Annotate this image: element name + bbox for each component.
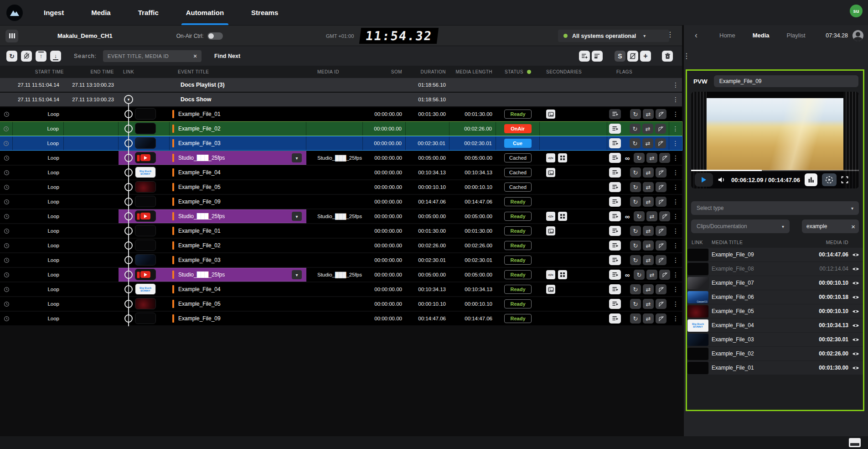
loop-flag-icon[interactable]: ↻ — [630, 138, 641, 148]
loop-flag-icon[interactable]: ↻ — [634, 211, 645, 221]
row-kebab-icon[interactable]: ⋮ — [669, 107, 682, 121]
playlist-flag-icon[interactable] — [609, 182, 621, 192]
loop-playback-button[interactable] — [822, 173, 837, 186]
row-kebab-icon[interactable]: ⋮ — [669, 239, 682, 252]
list-block-button[interactable] — [592, 51, 603, 62]
volume-icon[interactable] — [718, 176, 727, 183]
link-node-icon[interactable] — [124, 212, 133, 220]
no-skip-flag-icon[interactable] — [659, 211, 670, 221]
link-node-icon[interactable] — [124, 314, 133, 323]
loop-flag-icon[interactable]: ↻ — [634, 153, 645, 163]
media-search-input[interactable] — [806, 223, 851, 230]
grid-secondary-icon[interactable] — [558, 153, 567, 162]
code-secondary-icon[interactable]: </> — [546, 212, 555, 221]
swap-flag-icon[interactable]: ⇄ — [642, 124, 653, 134]
eye-icon[interactable] — [848, 323, 863, 328]
media-list-item[interactable]: Example_File_0700:00:10.10 — [687, 276, 863, 290]
panel-tab-media[interactable]: Media — [753, 32, 770, 39]
link-node-icon[interactable] — [124, 300, 133, 308]
row-kebab-icon[interactable]: ⋮ — [669, 180, 682, 194]
play-button[interactable] — [695, 173, 713, 187]
eye-icon[interactable] — [848, 365, 863, 371]
swap-flag-icon[interactable]: ⇄ — [643, 226, 654, 236]
tab-traffic[interactable]: Traffic — [136, 0, 160, 25]
makalu-logo-icon[interactable] — [6, 5, 23, 21]
thumbnail[interactable] — [687, 262, 709, 276]
panel-user-avatar-icon[interactable] — [852, 30, 863, 41]
media-list-item[interactable]: Example_File_0300:02:30.01 — [687, 333, 863, 346]
row-kebab-icon[interactable]: ⋮ — [669, 209, 682, 223]
user-avatar[interactable]: su — [850, 5, 863, 17]
toolbar-kebab-icon[interactable]: ⋮ — [683, 52, 690, 60]
playlist-flag-icon[interactable] — [609, 109, 621, 119]
rundown-group-row[interactable]: 27.11 11:51:04.1427.11 13:10:00.23▾Docs … — [0, 93, 682, 106]
panel-tab-playlist[interactable]: Playlist — [787, 32, 806, 39]
tab-media[interactable]: Media — [89, 0, 113, 25]
grid-secondary-icon[interactable] — [558, 270, 567, 279]
thumbnail[interactable] — [135, 313, 156, 324]
title-dropdown-icon[interactable]: ▾ — [292, 270, 302, 279]
row-kebab-icon[interactable]: ⋮ — [669, 195, 682, 209]
no-skip-flag-icon[interactable] — [659, 153, 670, 163]
no-skip-flag-icon[interactable] — [655, 124, 666, 134]
no-skip-flag-icon[interactable] — [656, 299, 666, 309]
thumbnail[interactable] — [135, 196, 156, 207]
rundown-row[interactable]: LoopExample_File_0500:00:00.0000:00:10.1… — [0, 180, 682, 194]
no-skip-flag-icon[interactable] — [656, 240, 666, 251]
rundown-row[interactable]: LoopExample_File_0200:00:00.0000:02:26.0… — [0, 122, 682, 136]
eye-icon[interactable] — [848, 351, 863, 356]
loop-flag-icon[interactable]: ↻ — [630, 109, 641, 119]
category-select[interactable]: Clips/Documentation ▾ — [691, 219, 790, 233]
rundown-row[interactable]: LoopStudio_███_25fps▾Studio_███_25fps00:… — [0, 209, 682, 223]
rundown-row[interactable]: LoopExample_File_0500:00:00.0000:00:10.1… — [0, 297, 682, 311]
thumbnail-live-stream[interactable] — [135, 210, 156, 222]
clear-media-search-icon[interactable]: × — [851, 223, 855, 230]
eye-icon[interactable] — [848, 309, 863, 314]
playlist-flag-icon[interactable] — [609, 284, 621, 294]
playlist-flag-icon[interactable] — [609, 211, 621, 221]
thumbnail[interactable] — [687, 277, 709, 290]
thumbnail[interactable] — [135, 181, 156, 193]
thumbnail[interactable] — [687, 333, 709, 346]
thumbnail-live-stream[interactable] — [135, 152, 156, 163]
link-node-icon[interactable] — [124, 241, 133, 250]
media-list-item[interactable]: Example_File_0100:01:30.00 — [687, 361, 863, 375]
rundown-group-row[interactable]: 27.11 11:51:04.1427.11 13:10:00.23Docs P… — [0, 78, 682, 92]
move-down-button[interactable]: ↓ — [50, 51, 61, 62]
insert-row-button[interactable] — [579, 51, 590, 62]
loop-flag-icon[interactable]: ↻ — [630, 167, 641, 178]
no-skip-flag-icon[interactable] — [656, 197, 666, 207]
audio-levels-button[interactable] — [805, 173, 817, 186]
swap-flag-icon[interactable]: ⇄ — [646, 211, 657, 221]
no-skip-flag-icon[interactable] — [656, 255, 666, 265]
loop-flag-icon[interactable]: ↻ — [630, 299, 641, 309]
panel-back-chevron-icon[interactable]: ‹ — [695, 31, 698, 40]
timer-off-button[interactable] — [21, 51, 32, 62]
loop-flag-icon[interactable]: ↻ — [630, 284, 641, 294]
swap-flag-icon[interactable]: ⇄ — [643, 109, 654, 119]
no-skip-flag-icon[interactable] — [656, 313, 666, 324]
loop-flag-icon[interactable]: ↻ — [630, 255, 641, 265]
swap-flag-icon[interactable]: ⇄ — [642, 138, 653, 148]
rundown-row[interactable]: LoopExample_File_0900:00:00.0000:14:47.0… — [0, 195, 682, 209]
thumbnail[interactable] — [135, 137, 156, 149]
rundown-row[interactable]: LoopStudio_███_25fps▾Studio_███_25fps00:… — [0, 151, 682, 165]
refresh-button[interactable]: ↻ — [6, 51, 17, 62]
swap-flag-icon[interactable]: ⇄ — [646, 153, 657, 163]
loop-flag-icon[interactable]: ↻ — [630, 226, 641, 236]
title-dropdown-icon[interactable]: ▾ — [292, 153, 302, 162]
link-node-icon[interactable] — [124, 227, 133, 235]
playlist-flag-icon[interactable] — [609, 124, 621, 134]
thumbnail[interactable] — [687, 347, 709, 360]
channel-grid-button[interactable] — [5, 30, 18, 42]
playlist-flag-icon[interactable] — [609, 153, 621, 163]
row-kebab-icon[interactable]: ⋮ — [669, 282, 682, 296]
no-skip-flag-icon[interactable] — [656, 226, 666, 236]
rundown-row[interactable]: LoopExample_File_0300:00:00.0000:02:30.0… — [0, 136, 682, 150]
thumbnail[interactable]: Big Buck BUNNY — [135, 167, 156, 178]
thumbnail[interactable]: Big Buck BUNNY — [135, 283, 156, 295]
link-node-icon[interactable] — [124, 125, 133, 133]
clear-search-icon[interactable]: × — [192, 52, 198, 60]
thumbnail-live-stream[interactable] — [135, 269, 156, 280]
no-skip-flag-icon[interactable] — [655, 138, 666, 148]
